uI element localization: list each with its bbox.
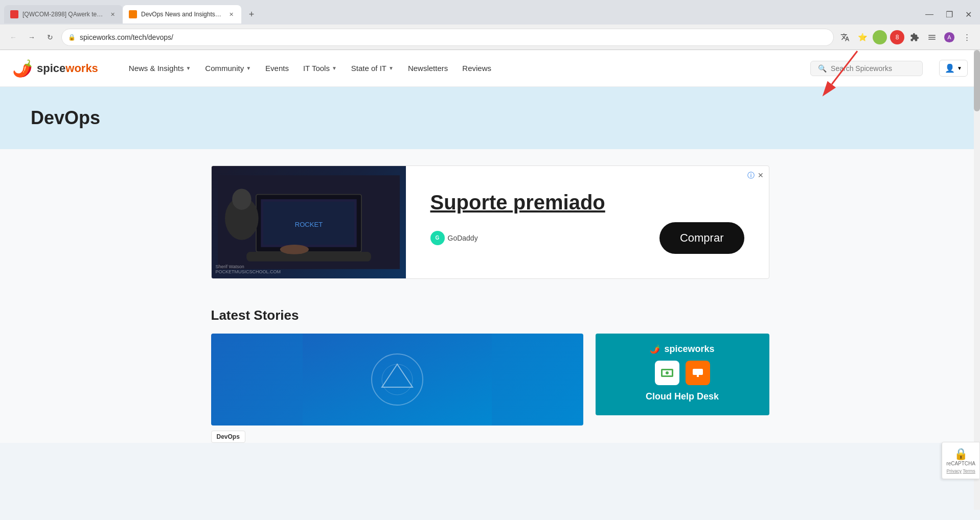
sidebar-icon[interactable] <box>925 30 939 44</box>
it-tools-dropdown-arrow: ▼ <box>332 65 337 71</box>
ad-image: ROCKET Sherif Watson <box>212 166 406 278</box>
translate-icon[interactable] <box>838 30 852 44</box>
ad-banner: ⓘ ✕ ROCKET <box>211 166 769 279</box>
svg-rect-23 <box>697 375 699 377</box>
nav-it-tools[interactable]: IT Tools ▼ <box>297 60 343 77</box>
browser-toolbar-icons: ⭐ 8 A ⋮ <box>838 30 974 44</box>
story-tag-1[interactable]: DevOps <box>211 431 245 443</box>
ad-close-icon[interactable]: ✕ <box>758 171 764 180</box>
security-icon: 🔒 <box>68 34 76 41</box>
ad-cta-button[interactable]: Comprar <box>659 222 744 254</box>
tab1-favicon <box>10 10 18 18</box>
close-window-button[interactable]: ✕ <box>961 8 976 21</box>
news-dropdown-arrow: ▼ <box>186 65 191 71</box>
logo-text: spiceworks <box>37 62 98 75</box>
sidebar-ad: 🌶️ spiceworks <box>596 334 769 443</box>
window-controls: — ❐ ✕ <box>921 8 976 21</box>
svg-text:A: A <box>947 34 951 40</box>
privacy-link[interactable]: Privacy <box>946 468 962 474</box>
site-navigation: 🌶️ spiceworks News & Insights ▼ Communit… <box>0 50 980 87</box>
ad-content: Suporte premiado G GoDaddy Comprar <box>406 166 769 278</box>
search-input[interactable] <box>831 64 915 73</box>
latest-stories-section: Latest Stories <box>199 295 782 443</box>
svg-point-11 <box>232 188 251 209</box>
story-image-1-svg <box>211 334 583 426</box>
sidebar-brand-text: spiceworks <box>664 344 714 354</box>
state-dropdown-arrow: ▼ <box>389 65 394 71</box>
svg-rect-22 <box>693 369 703 375</box>
new-tab-button[interactable]: + <box>243 6 260 22</box>
godaddy-icon: G <box>430 231 445 245</box>
recaptcha-logo: 🔒 <box>946 447 975 461</box>
sidebar-icon-1 <box>655 361 679 385</box>
nav-reviews[interactable]: Reviews <box>456 60 497 77</box>
browser-toolbar: ← → ↻ 🔒 spiceworks.com/tech/devops/ ⭐ 8 … <box>0 25 980 50</box>
tab2-close-button[interactable]: ✕ <box>227 10 235 18</box>
sidebar-icon-2 <box>686 361 710 385</box>
sidebar-ad-icons <box>655 361 710 385</box>
community-dropdown-arrow: ▼ <box>246 65 251 71</box>
story-image-1[interactable] <box>211 334 583 426</box>
stories-grid: DevOps 🌶️ spiceworks <box>211 334 769 443</box>
tab1-label: [QWCOM-2898] QAwerk test b... <box>22 11 104 18</box>
maximize-button[interactable]: ❐ <box>942 8 957 21</box>
sidebar-ad-banner: 🌶️ spiceworks <box>596 334 769 415</box>
search-box[interactable]: 🔍 <box>810 61 923 76</box>
browser-tab-1[interactable]: [QWCOM-2898] QAwerk test b... ✕ <box>4 5 123 23</box>
profile-icon-red[interactable]: 8 <box>890 30 904 44</box>
tab2-label: DevOps News and Insights - Sp... <box>141 11 223 18</box>
ad-image-placeholder: ROCKET <box>212 166 406 278</box>
bookmark-star-icon[interactable]: ⭐ <box>855 30 870 44</box>
minimize-button[interactable]: — <box>921 8 938 21</box>
ad-info-icon[interactable]: ⓘ <box>747 171 755 180</box>
svg-point-12 <box>280 245 308 254</box>
svg-rect-9 <box>246 252 371 262</box>
tab2-favicon <box>129 10 137 18</box>
browser-chrome: [QWCOM-2898] QAwerk test b... ✕ DevOps N… <box>0 0 980 50</box>
profile-icon-green[interactable] <box>873 30 887 44</box>
main-content: ⓘ ✕ ROCKET <box>0 149 980 443</box>
address-text: spiceworks.com/tech/devops/ <box>80 33 827 41</box>
site-logo[interactable]: 🌶️ spiceworks <box>12 59 98 78</box>
scrollbar-thumb[interactable] <box>974 50 980 111</box>
browser-tab-2[interactable]: DevOps News and Insights - Sp... ✕ <box>123 5 241 23</box>
recaptcha-text: reCAPTCHA <box>946 461 975 466</box>
reload-button[interactable]: ↻ <box>43 30 57 44</box>
extensions-icon[interactable] <box>907 30 922 44</box>
latest-stories-title: Latest Stories <box>211 308 769 323</box>
more-menu-icon[interactable]: ⋮ <box>960 30 974 44</box>
profile-circle-icon[interactable]: A <box>942 30 956 44</box>
nav-events[interactable]: Events <box>259 60 295 77</box>
nav-community[interactable]: Community ▼ <box>199 60 257 77</box>
godaddy-logo: G GoDaddy <box>430 231 478 245</box>
monitor-icon <box>690 365 706 381</box>
ad-image-caption: Sherif Watson POCKETMUSICSCHOOL.COM <box>216 264 281 274</box>
nav-state-of-it[interactable]: State of IT ▼ <box>345 60 400 77</box>
help-desk-icon <box>659 365 675 381</box>
nav-links: News & Insights ▼ Community ▼ Events IT … <box>123 60 794 77</box>
address-bar[interactable]: 🔒 spiceworks.com/tech/devops/ <box>61 29 834 46</box>
user-menu-button[interactable]: 👤 ▼ <box>939 60 968 77</box>
sidebar-spiceworks-logo: 🌶️ spiceworks <box>650 344 714 354</box>
ad-footer: G GoDaddy Comprar <box>430 222 744 254</box>
browser-title-bar: [QWCOM-2898] QAwerk test b... ✕ DevOps N… <box>0 0 980 25</box>
ad-cta-container: Comprar <box>659 222 744 254</box>
nav-newsletters[interactable]: Newsletters <box>402 60 454 77</box>
story-card-1: DevOps <box>211 334 583 443</box>
ad-controls: ⓘ ✕ <box>747 171 764 180</box>
ad-headline[interactable]: Suporte premiado <box>430 191 744 214</box>
terms-link[interactable]: Terms <box>963 468 975 474</box>
forward-button[interactable]: → <box>25 30 39 44</box>
tab1-close-button[interactable]: ✕ <box>108 10 117 18</box>
hero-section: DevOps <box>0 87 980 149</box>
privacy-terms-text[interactable]: Privacy Terms <box>946 468 975 474</box>
svg-point-20 <box>666 371 669 374</box>
nav-news-insights[interactable]: News & Insights ▼ <box>123 60 197 77</box>
godaddy-name: GoDaddy <box>448 234 478 242</box>
user-profile-icon: 👤 <box>945 63 955 73</box>
website-content: 🌶️ spiceworks News & Insights ▼ Communit… <box>0 50 980 443</box>
scrollbar[interactable] <box>974 50 980 510</box>
svg-text:ROCKET: ROCKET <box>294 221 323 228</box>
search-icon: 🔍 <box>818 64 827 73</box>
back-button[interactable]: ← <box>6 30 20 44</box>
